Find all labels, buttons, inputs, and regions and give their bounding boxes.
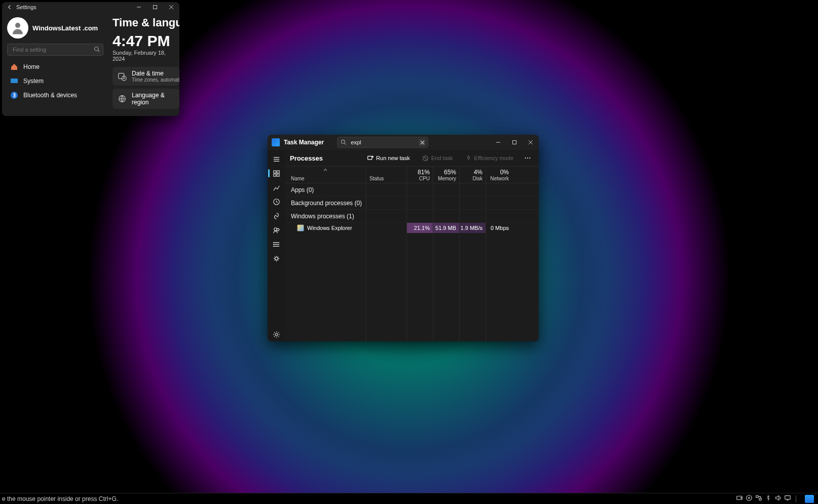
vm-tray bbox=[736, 494, 816, 503]
minimize-button[interactable] bbox=[131, 2, 147, 12]
svg-point-18 bbox=[273, 244, 274, 245]
home-icon bbox=[10, 63, 18, 71]
tm-rows: Apps (0) Background processes (0) Window… bbox=[285, 183, 539, 341]
column-status-label: Status bbox=[369, 176, 384, 181]
tray-disk-icon[interactable] bbox=[736, 494, 743, 503]
svg-rect-31 bbox=[756, 496, 758, 498]
svg-rect-12 bbox=[273, 174, 276, 176]
svg-point-28 bbox=[741, 497, 742, 498]
hamburger-icon[interactable] bbox=[268, 152, 285, 166]
bluetooth-icon bbox=[10, 91, 18, 99]
settings-titlebar[interactable]: Settings bbox=[2, 2, 179, 12]
sidebar-processes-icon[interactable] bbox=[268, 166, 285, 180]
process-row[interactable]: Windows Explorer 21.1% 51.9 MB 1.9 MB/s … bbox=[285, 223, 539, 233]
cpu-label: CPU bbox=[419, 176, 430, 181]
maximize-button[interactable] bbox=[506, 135, 523, 150]
column-cpu[interactable]: 81% CPU bbox=[406, 167, 433, 183]
sidebar-services-icon[interactable] bbox=[268, 251, 285, 265]
maximize-button[interactable] bbox=[147, 2, 163, 12]
back-arrow-icon[interactable] bbox=[6, 4, 13, 11]
account-row[interactable]: WindowsLatest .com bbox=[7, 15, 103, 44]
process-mem-cell: 51.9 MB bbox=[433, 223, 459, 233]
more-options-icon[interactable] bbox=[522, 152, 534, 164]
language-region-card[interactable]: Language & region bbox=[113, 89, 179, 109]
column-memory[interactable]: 65% Memory bbox=[433, 167, 459, 183]
sidebar-settings-icon[interactable] bbox=[268, 327, 285, 341]
svg-rect-3 bbox=[11, 79, 18, 83]
minimize-button[interactable] bbox=[490, 135, 506, 150]
tm-page-title: Processes bbox=[290, 154, 323, 162]
process-cpu-cell: 21.1% bbox=[406, 223, 433, 233]
group-background[interactable]: Background processes (0) bbox=[285, 197, 539, 210]
tm-search[interactable] bbox=[337, 137, 428, 148]
svg-point-1 bbox=[15, 23, 20, 28]
column-disk[interactable]: 4% Disk bbox=[459, 167, 486, 183]
column-name-label: Name bbox=[291, 176, 366, 181]
end-task-label: End task bbox=[431, 155, 453, 161]
tm-title: Task Manager bbox=[284, 139, 324, 146]
task-manager-window: Task Manager bbox=[268, 135, 539, 341]
svg-point-29 bbox=[747, 495, 752, 501]
svg-rect-11 bbox=[277, 170, 279, 173]
sidebar-users-icon[interactable] bbox=[268, 223, 285, 237]
tray-sound-icon[interactable] bbox=[774, 494, 782, 503]
column-name[interactable]: Name bbox=[285, 167, 366, 183]
sidebar-performance-icon[interactable] bbox=[268, 180, 285, 195]
svg-rect-33 bbox=[785, 496, 791, 499]
svg-rect-22 bbox=[368, 156, 372, 160]
end-task-button: End task bbox=[418, 153, 457, 164]
svg-rect-13 bbox=[277, 174, 279, 176]
tray-divider bbox=[796, 495, 796, 502]
svg-point-19 bbox=[273, 246, 274, 246]
language-region-title: Language & region bbox=[132, 92, 174, 106]
disk-label: Disk bbox=[473, 176, 482, 181]
sidebar-startup-icon[interactable] bbox=[268, 209, 285, 223]
network-percent: 0% bbox=[500, 169, 509, 176]
svg-point-21 bbox=[275, 333, 278, 336]
tray-optical-icon[interactable] bbox=[746, 494, 753, 503]
column-network[interactable]: 0% Network bbox=[486, 167, 512, 183]
svg-point-8 bbox=[342, 140, 345, 143]
tm-titlebar[interactable]: Task Manager bbox=[268, 135, 539, 150]
settings-search[interactable] bbox=[7, 44, 103, 56]
tray-usb-icon[interactable] bbox=[765, 494, 772, 503]
group-windows[interactable]: Windows processes (1) bbox=[285, 210, 539, 223]
nav-bluetooth[interactable]: Bluetooth & devices bbox=[7, 88, 103, 102]
sidebar-details-icon[interactable] bbox=[268, 237, 285, 251]
date-time-title: Date & time bbox=[132, 70, 179, 77]
tray-taskmgr-icon[interactable] bbox=[805, 495, 814, 503]
tm-toolbar: Processes Run new task End task Efficien… bbox=[285, 150, 539, 166]
group-apps[interactable]: Apps (0) bbox=[285, 183, 539, 197]
run-new-task-button[interactable]: Run new task bbox=[363, 153, 414, 164]
svg-rect-9 bbox=[513, 141, 516, 144]
svg-point-25 bbox=[527, 158, 528, 159]
nav-system[interactable]: System bbox=[7, 74, 103, 88]
memory-label: Memory bbox=[438, 176, 456, 181]
tray-display-icon[interactable] bbox=[784, 494, 791, 503]
column-status[interactable]: Status bbox=[366, 167, 406, 183]
close-button[interactable] bbox=[163, 2, 179, 12]
tm-sidebar bbox=[268, 150, 285, 341]
tm-table: Name Status 81% CPU 65% Memory 4% bbox=[285, 166, 539, 341]
date-time-card[interactable]: Date & time Time zones, automatic bbox=[113, 67, 179, 86]
process-name-cell: Windows Explorer bbox=[285, 224, 406, 231]
svg-rect-10 bbox=[273, 170, 276, 173]
close-button[interactable] bbox=[523, 135, 539, 150]
process-net-cell: 0 Mbps bbox=[486, 223, 512, 233]
settings-title: Settings bbox=[16, 4, 36, 10]
clear-search-icon[interactable] bbox=[419, 139, 426, 146]
settings-search-input[interactable] bbox=[12, 46, 91, 53]
sort-indicator-icon bbox=[323, 168, 328, 173]
date-time-sub: Time zones, automatic bbox=[132, 77, 179, 83]
svg-point-30 bbox=[749, 497, 750, 499]
tm-table-header[interactable]: Name Status 81% CPU 65% Memory 4% bbox=[285, 166, 539, 183]
clock-time: 4:47 PM bbox=[113, 32, 179, 50]
nav-home-label: Home bbox=[23, 63, 40, 70]
account-name: WindowsLatest .com bbox=[32, 24, 98, 32]
tm-search-input[interactable] bbox=[350, 139, 416, 146]
svg-point-17 bbox=[273, 242, 274, 243]
sidebar-history-icon[interactable] bbox=[268, 195, 285, 209]
tray-network-icon[interactable] bbox=[755, 494, 762, 503]
vm-hint-text: e the mouse pointer inside or press Ctrl… bbox=[2, 495, 118, 502]
nav-home[interactable]: Home bbox=[7, 60, 103, 74]
